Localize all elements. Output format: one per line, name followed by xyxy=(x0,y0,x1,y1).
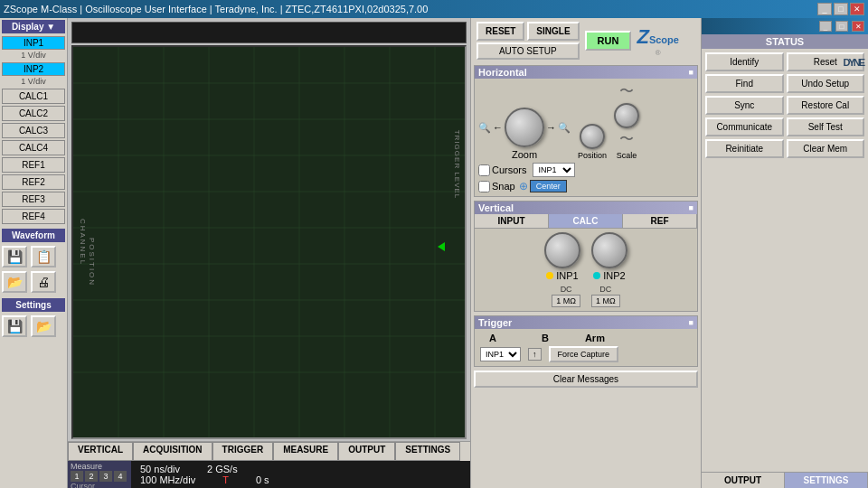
load-icon[interactable]: 📂 xyxy=(2,271,27,293)
logo-tm: ® xyxy=(656,49,661,57)
communicate-btn[interactable]: Communicate xyxy=(705,117,784,136)
zoom-knob[interactable] xyxy=(505,108,544,147)
measure-4[interactable]: 4 xyxy=(114,471,127,482)
minimize-btn[interactable]: _ xyxy=(817,3,832,15)
ch-settings: DC 1 MΩ DC 1 MΩ xyxy=(480,285,692,307)
scale-label: Scale xyxy=(617,151,637,160)
force-capture-btn[interactable]: Force Capture xyxy=(549,346,619,362)
ch1-settings: DC 1 MΩ xyxy=(552,285,580,307)
run-btn[interactable]: RUN xyxy=(585,31,632,51)
self-test-btn[interactable]: Self Test xyxy=(787,117,865,136)
display-header[interactable]: Display ▼ xyxy=(2,20,65,33)
zoom-left-arrow: ← xyxy=(493,122,503,133)
reinitiate-btn[interactable]: Reinitiate xyxy=(705,139,784,158)
ch2-ohm-btn[interactable]: 1 MΩ xyxy=(591,295,620,307)
trig-collapse[interactable]: ■ xyxy=(689,318,693,327)
snap-checkbox[interactable] xyxy=(478,181,490,192)
measure-1[interactable]: 1 xyxy=(71,471,83,482)
zoom-plus-icon[interactable]: 🔍 xyxy=(558,122,571,134)
center-area: CHANNEL POSITION TRIGGER LEVEL VERTICAL … xyxy=(68,18,470,488)
fr-tab-output[interactable]: OUTPUT xyxy=(702,473,785,488)
clear-mem-btn[interactable]: Clear Mem xyxy=(787,139,865,158)
cursors-dropdown[interactable]: INP1 xyxy=(533,163,575,177)
vert-tab-calc[interactable]: CALC xyxy=(549,214,623,228)
single-btn[interactable]: SINGLE xyxy=(527,22,579,41)
tab-output[interactable]: OUTPUT xyxy=(338,442,395,461)
measure-3[interactable]: 3 xyxy=(99,471,112,482)
vert-collapse[interactable]: ■ xyxy=(689,203,693,212)
restore-cal-btn[interactable]: Restore Cal xyxy=(787,96,865,115)
fr-close-btn[interactable]: ✕ xyxy=(852,21,864,32)
ch2-settings: DC 1 MΩ xyxy=(591,285,620,307)
maximize-btn[interactable]: □ xyxy=(834,3,848,15)
auto-setup-btn[interactable]: AUTO SETUP xyxy=(476,42,580,60)
center-btn[interactable]: Center xyxy=(530,180,567,192)
center-group: ⊕ Center xyxy=(519,180,567,192)
inp1-btn[interactable]: INP1 xyxy=(2,36,65,50)
calc3-btn[interactable]: CALC3 xyxy=(2,123,65,138)
ref1-btn[interactable]: REF1 xyxy=(2,157,65,173)
settings-save-icon[interactable]: 💾 xyxy=(2,315,27,337)
copy-icon[interactable]: 📋 xyxy=(31,246,56,267)
trigger-level-label: TRIGGER LEVEL xyxy=(453,129,461,199)
cursors-checkbox[interactable] xyxy=(478,164,490,176)
fr-min-btn[interactable]: _ xyxy=(819,21,832,32)
find-btn[interactable]: Find xyxy=(705,74,784,93)
reset-btn[interactable]: RESET xyxy=(476,22,524,41)
measure-2[interactable]: 2 xyxy=(85,471,98,482)
vert-tab-ref[interactable]: REF xyxy=(623,214,697,228)
horiz-collapse[interactable]: ■ xyxy=(689,68,693,77)
position-knob[interactable] xyxy=(580,124,605,149)
ref2-btn[interactable]: REF2 xyxy=(2,174,65,190)
tab-acquisition[interactable]: ACQUISITION xyxy=(133,442,212,461)
window-title: ZScope M-Class | Oscilloscope User Inter… xyxy=(4,4,428,14)
inp2-btn[interactable]: INP2 xyxy=(2,62,65,76)
ch1-knob[interactable] xyxy=(544,232,580,268)
snap-label: Snap xyxy=(492,181,515,192)
ch1-ohm-btn[interactable]: 1 MΩ xyxy=(552,295,580,307)
clear-messages-btn[interactable]: Clear Messages xyxy=(474,371,698,388)
trigger-indicator xyxy=(438,242,445,251)
ch2-knob[interactable] xyxy=(591,232,627,268)
status-buttons-grid: Identify Reset Find Undo Setup Sync Rest… xyxy=(702,49,868,162)
fr-tab-settings[interactable]: SETTINGS xyxy=(785,473,868,488)
ref3-btn[interactable]: REF3 xyxy=(2,192,65,207)
calc4-btn[interactable]: CALC4 xyxy=(2,140,65,155)
undo-setup-btn[interactable]: Undo Setup xyxy=(787,74,865,93)
calc2-btn[interactable]: CALC2 xyxy=(2,106,65,121)
save-icon[interactable]: 💾 xyxy=(2,246,27,267)
top-controls: RESET SINGLE AUTO SETUP RUN ZScope ® xyxy=(471,18,701,63)
cursors-label: Cursors xyxy=(492,164,527,175)
measure-label: Measure xyxy=(71,462,128,471)
calc1-btn[interactable]: CALC1 xyxy=(2,89,65,104)
trigger-title: Trigger ■ xyxy=(475,316,697,329)
tab-settings[interactable]: SETTINGS xyxy=(395,442,460,461)
tab-trigger[interactable]: TRIGGER xyxy=(212,442,274,461)
print-icon[interactable]: 🖨 xyxy=(31,271,56,293)
ref4-btn[interactable]: REF4 xyxy=(2,209,65,224)
vert-tab-input[interactable]: INPUT xyxy=(475,214,549,228)
trig-arm-label: Arm xyxy=(585,333,605,343)
status-header: STATUS xyxy=(702,34,868,49)
zscope-logo: ZScope xyxy=(637,25,678,49)
close-btn[interactable]: ✕ xyxy=(850,3,864,15)
horiz-content: 🔍 ← → 🔍 Zoom Posi xyxy=(475,79,697,196)
cursors-checkbox-group: Cursors xyxy=(478,164,527,176)
zoom-minus-icon[interactable]: 🔍 xyxy=(478,122,491,134)
scale-knob[interactable] xyxy=(614,103,639,128)
tab-measure[interactable]: MEASURE xyxy=(273,442,338,461)
reset-status-btn[interactable]: Reset xyxy=(787,52,865,71)
trig-edge-btn[interactable]: ↑ xyxy=(528,348,542,361)
zoom-pos-labels: Zoom xyxy=(512,149,537,160)
trig-source-select[interactable]: INP1 xyxy=(480,347,521,361)
tab-vertical[interactable]: VERTICAL xyxy=(68,442,133,461)
left-panel: Display ▼ INP1 1 V/div INP2 1 V/div CALC… xyxy=(0,18,68,488)
reading-gs: 2 GS/s xyxy=(207,464,238,474)
fr-max-btn[interactable]: □ xyxy=(835,21,848,32)
vertical-title: Vertical ■ xyxy=(475,202,697,214)
title-bar: ZScope M-Class | Oscilloscope User Inter… xyxy=(0,0,868,18)
scale-wave-icon2: 〜 xyxy=(619,130,634,149)
identify-btn[interactable]: Identify xyxy=(705,52,784,71)
settings-load-icon[interactable]: 📂 xyxy=(31,315,56,337)
sync-btn[interactable]: Sync xyxy=(705,96,784,115)
